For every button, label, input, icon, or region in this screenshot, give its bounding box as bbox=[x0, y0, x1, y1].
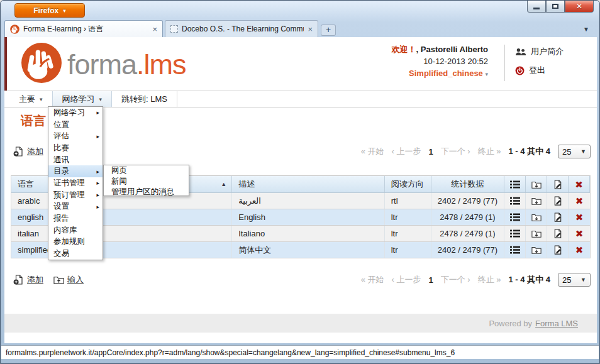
cell-description: English bbox=[232, 209, 384, 225]
menu-label: 新闻 bbox=[111, 176, 127, 187]
new-tab-button[interactable]: + bbox=[321, 25, 336, 36]
page-prev[interactable]: ‹ 上一步 bbox=[392, 274, 421, 285]
page-next[interactable]: 下一个 › bbox=[441, 146, 470, 157]
menu-item-booking[interactable]: 预订管理▸ bbox=[48, 189, 103, 201]
submenu-item-user-area-messages[interactable]: 管理用户区的消息 bbox=[104, 187, 189, 197]
forma-lms-link[interactable]: Forma LMS bbox=[535, 319, 578, 328]
menu-label: 交易 bbox=[53, 248, 69, 259]
edit-action[interactable] bbox=[547, 226, 569, 241]
page-prev[interactable]: ‹ 上一步 bbox=[392, 146, 421, 157]
menu-item-transactions[interactable]: 交易 bbox=[48, 248, 103, 260]
profile-link[interactable]: 用户简介 bbox=[515, 46, 564, 57]
page-first[interactable]: « 开始 bbox=[361, 274, 384, 285]
menu-label: 评估 bbox=[53, 131, 69, 141]
menu-item-location[interactable]: 位置 bbox=[48, 119, 103, 131]
menu-item-content-library[interactable]: 内容库 bbox=[48, 224, 103, 236]
menu-item-communication[interactable]: 通讯 bbox=[48, 154, 103, 166]
edit-action[interactable] bbox=[547, 242, 569, 258]
add-document-icon bbox=[13, 275, 24, 285]
cell-stats: 2402 / 2479 (77) bbox=[431, 242, 505, 258]
menu-item-competition[interactable]: 比赛 bbox=[48, 142, 103, 154]
export-action[interactable] bbox=[526, 242, 547, 258]
add-document-icon bbox=[13, 146, 24, 157]
edit-action[interactable] bbox=[547, 209, 569, 225]
delete-action[interactable]: ✖ bbox=[569, 209, 590, 225]
submenu-item-news[interactable]: 新闻 bbox=[104, 176, 189, 187]
menu-label: 目录 bbox=[53, 166, 69, 177]
export-action[interactable] bbox=[526, 209, 547, 225]
tab-close-icon[interactable]: × bbox=[152, 25, 157, 33]
menu-item-assessment[interactable]: 评估▸ bbox=[48, 130, 103, 142]
cell-direction: ltr bbox=[385, 226, 431, 241]
maximize-icon bbox=[552, 4, 558, 9]
forma-logo-icon[interactable] bbox=[21, 42, 62, 84]
page-footer: Powered by Forma LMS bbox=[4, 314, 597, 333]
delete-action[interactable]: ✖ bbox=[569, 242, 590, 258]
nav-label: 主要 bbox=[19, 94, 35, 105]
details-action[interactable] bbox=[504, 242, 526, 258]
delete-action[interactable]: ✖ bbox=[569, 226, 590, 241]
caret-down-icon: ▾ bbox=[40, 96, 43, 102]
menu-item-catalog[interactable]: 目录▸ bbox=[48, 165, 103, 177]
page-last[interactable]: 终止 » bbox=[478, 274, 501, 285]
export-action[interactable] bbox=[526, 193, 547, 209]
page-next[interactable]: 下一个 › bbox=[441, 274, 470, 285]
delete-action[interactable]: ✖ bbox=[569, 193, 590, 209]
elearning-dropdown-menu: 网络学习▸ 位置 评估▸ 比赛 通讯 目录▸ 证书管理▸ 预订管理▸ 设置▸ 报… bbox=[48, 106, 103, 260]
tab-list-caret-icon[interactable]: ▼ bbox=[583, 26, 589, 33]
submenu-item-webpages[interactable]: 网页 bbox=[104, 165, 189, 176]
folder-download-icon bbox=[531, 245, 542, 255]
add-link[interactable]: 添加 bbox=[13, 274, 43, 285]
nav-item-jump-lms[interactable]: 跳转到: LMS bbox=[112, 91, 177, 107]
export-action[interactable] bbox=[526, 226, 547, 241]
user-info-block: 欢迎！, Pastorelli Alberto 10-12-2013 20:52… bbox=[392, 43, 488, 80]
menu-item-settings[interactable]: 设置▸ bbox=[48, 201, 103, 213]
details-action[interactable] bbox=[504, 209, 526, 225]
brand-gray: forma bbox=[67, 48, 136, 80]
minimize-button[interactable] bbox=[527, 1, 546, 13]
caret-down-icon: ▼ bbox=[581, 277, 586, 283]
tab-docebo[interactable]: Docebo O.S. - The Elearning Commu... × bbox=[165, 20, 318, 37]
page-size-value: 25 bbox=[562, 147, 571, 157]
import-label: 输入 bbox=[67, 274, 84, 285]
col-header-description[interactable]: 描述 bbox=[232, 176, 384, 192]
firefox-menu-label: Firefox bbox=[33, 6, 58, 15]
page-first[interactable]: « 开始 bbox=[361, 146, 384, 157]
maximize-button[interactable] bbox=[546, 1, 565, 13]
col-header-stats[interactable]: 统计数据 bbox=[431, 176, 505, 192]
edit-document-icon bbox=[553, 212, 563, 222]
language-selector-label: Simplified_chinese bbox=[409, 69, 483, 78]
nav-item-elearning[interactable]: 网络学习 ▾ bbox=[52, 91, 113, 107]
menu-item-reports[interactable]: 报告 bbox=[48, 212, 103, 224]
brand-wordmark[interactable]: forma.lms bbox=[67, 48, 186, 81]
tab-title: Forma E-learning › 语言 bbox=[23, 24, 148, 35]
caret-down-icon: ▾ bbox=[485, 71, 488, 77]
menu-item-elearning[interactable]: 网络学习▸ bbox=[48, 107, 103, 119]
edit-action[interactable] bbox=[547, 193, 569, 209]
menu-item-certificates[interactable]: 证书管理▸ bbox=[48, 177, 103, 189]
details-action[interactable] bbox=[504, 226, 526, 241]
page-last[interactable]: 终止 » bbox=[478, 146, 501, 157]
add-label: 添加 bbox=[27, 274, 43, 285]
submenu-arrow-icon: ▸ bbox=[96, 168, 99, 175]
tab-forma[interactable]: Forma E-learning › 语言 × bbox=[4, 20, 163, 37]
language-selector[interactable]: Simplified_chinese ▾ bbox=[392, 67, 488, 80]
forma-favicon-icon bbox=[10, 25, 19, 34]
page-size-select[interactable]: 25 ▼ bbox=[558, 273, 591, 287]
nav-item-main[interactable]: 主要 ▾ bbox=[9, 91, 52, 107]
datetime: 10-12-2013 20:52 bbox=[392, 55, 488, 67]
sort-asc-icon[interactable]: ▲ bbox=[221, 181, 226, 187]
page-size-select[interactable]: 25 ▼ bbox=[558, 145, 591, 158]
add-link[interactable]: 添加 bbox=[13, 146, 43, 157]
menu-item-enrolment-rules[interactable]: 参加规则 bbox=[48, 236, 103, 248]
col-label: 阅读方向 bbox=[391, 179, 424, 190]
close-button[interactable]: ✕ bbox=[565, 1, 594, 13]
brand-orange: .lms bbox=[136, 48, 186, 80]
col-header-direction[interactable]: 阅读方向 bbox=[385, 176, 431, 192]
import-link[interactable]: 输入 bbox=[53, 274, 84, 285]
logout-link[interactable]: 登出 bbox=[515, 65, 564, 76]
tab-close-icon[interactable]: × bbox=[308, 25, 313, 33]
firefox-menu-button[interactable]: Firefox ▾ bbox=[14, 3, 85, 18]
details-action[interactable] bbox=[504, 193, 526, 209]
cell-description: Italiano bbox=[232, 226, 384, 241]
